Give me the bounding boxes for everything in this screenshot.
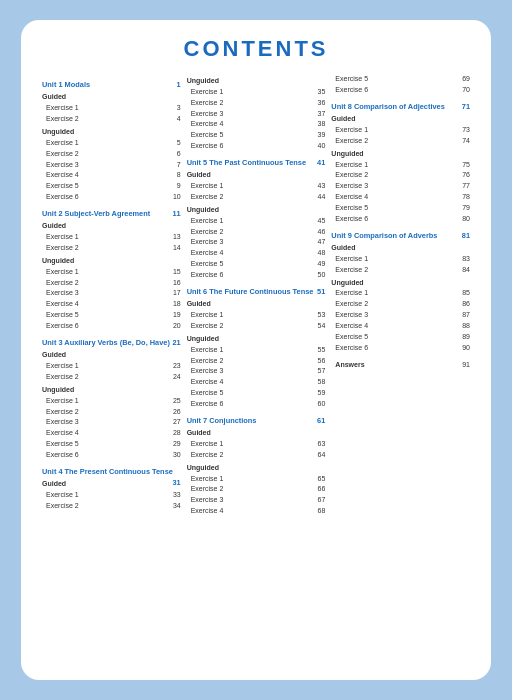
contents-columns: Unit 1 Modals 1GuidedExercise 13Exercise… (39, 74, 473, 517)
list-item: Exercise 48 (42, 170, 181, 181)
list-item: Exercise 670 (331, 85, 470, 96)
list-item: Exercise 539 (187, 130, 326, 141)
list-item: Exercise 519 (42, 310, 181, 321)
list-item: Exercise 256 (187, 356, 326, 367)
list-item: Exercise 133 (42, 490, 181, 501)
list-item: Exercise 183 (331, 254, 470, 265)
list-item: Exercise 418 (42, 299, 181, 310)
list-item: Exercise 428 (42, 428, 181, 439)
list-item: Exercise 660 (187, 399, 326, 410)
list-item: Exercise 327 (42, 417, 181, 428)
list-item: Exercise 216 (42, 278, 181, 289)
page: CONTENTS Unit 1 Modals 1GuidedExercise 1… (21, 20, 491, 680)
list-item: Exercise 650 (187, 270, 326, 281)
list-item: Exercise 153 (187, 310, 326, 321)
list-item: Exercise 37 (42, 160, 181, 171)
list-item: Exercise 244 (187, 192, 326, 203)
list-item: Exercise 15 (42, 138, 181, 149)
list-item: Exercise 559 (187, 388, 326, 399)
unit-header: Unit 8 Comparison of Adjectives 71 (331, 101, 470, 112)
section-label: Guided (331, 243, 470, 254)
list-item: Exercise 224 (42, 372, 181, 383)
list-item: Exercise 214 (42, 243, 181, 254)
section-label: Unguided (331, 278, 470, 289)
list-item: Exercise 59 (42, 181, 181, 192)
list-item: Exercise 448 (187, 248, 326, 259)
list-item: Exercise 276 (331, 170, 470, 181)
list-item: Exercise 165 (187, 474, 326, 485)
unit-header: Unit 7 Conjunctions 61 (187, 415, 326, 426)
list-item: Exercise 589 (331, 332, 470, 343)
list-item: Exercise 458 (187, 377, 326, 388)
list-item: Exercise 113 (42, 232, 181, 243)
section-label: Guided (187, 299, 326, 310)
answers-item: Answers91 (331, 360, 470, 371)
section-label: Unguided (187, 334, 326, 345)
list-item: Exercise 143 (187, 181, 326, 192)
list-item: Exercise 264 (187, 450, 326, 461)
section-label: Guided (42, 92, 181, 103)
unit-header: Unit 2 Subject-Verb Agreement 11 (42, 208, 181, 219)
list-item: Exercise 478 (331, 192, 470, 203)
list-item: Exercise 357 (187, 366, 326, 377)
section-label: Guided (187, 170, 326, 181)
list-item: Exercise 347 (187, 237, 326, 248)
column-2: UnguidedExercise 135Exercise 236Exercise… (184, 74, 329, 517)
column-3: Exercise 569Exercise 670Unit 8 Compariso… (328, 74, 473, 517)
list-item: Exercise 387 (331, 310, 470, 321)
list-item: Exercise 468 (187, 506, 326, 517)
list-item: Exercise 274 (331, 136, 470, 147)
section-label: Unguided (42, 127, 181, 138)
section-label: Unguided (42, 385, 181, 396)
list-item: Exercise 246 (187, 227, 326, 238)
unit-header: Unit 1 Modals 1 (42, 79, 181, 90)
list-item: Exercise 266 (187, 484, 326, 495)
list-item: Exercise 234 (42, 501, 181, 512)
list-item: Exercise 115 (42, 267, 181, 278)
list-item: Exercise 549 (187, 259, 326, 270)
unit-header: Unit 3 Auxiliary Verbs (Be, Do, Have) 21 (42, 337, 181, 348)
section-label: Guided (187, 428, 326, 439)
list-item: Exercise 286 (331, 299, 470, 310)
list-item: Exercise 284 (331, 265, 470, 276)
section-label: Unguided (187, 205, 326, 216)
list-item: Exercise 610 (42, 192, 181, 203)
list-item: Exercise 123 (42, 361, 181, 372)
list-item: Exercise 488 (331, 321, 470, 332)
list-item: Exercise 125 (42, 396, 181, 407)
list-item: Exercise 155 (187, 345, 326, 356)
list-item: Exercise 163 (187, 439, 326, 450)
section-label: Guided (331, 114, 470, 125)
section-label: Unguided (42, 256, 181, 267)
page-title: CONTENTS (39, 36, 473, 62)
section-label: Guided (42, 221, 181, 232)
list-item: Exercise 367 (187, 495, 326, 506)
section-label: Unguided (187, 76, 326, 87)
list-item: Exercise 579 (331, 203, 470, 214)
list-item: Exercise 529 (42, 439, 181, 450)
unit-header: Unit 6 The Future Continuous Tense 51 (187, 286, 326, 297)
list-item: Exercise 236 (187, 98, 326, 109)
list-item: Exercise 317 (42, 288, 181, 299)
section-label: Unguided (331, 149, 470, 160)
list-item: Exercise 640 (187, 141, 326, 152)
list-item: Exercise 690 (331, 343, 470, 354)
list-item: Exercise 337 (187, 109, 326, 120)
list-item: Exercise 173 (331, 125, 470, 136)
section-label: Unguided (187, 463, 326, 474)
list-item: Exercise 254 (187, 321, 326, 332)
list-item: Exercise 226 (42, 407, 181, 418)
list-item: Exercise 24 (42, 114, 181, 125)
list-item: Exercise 145 (187, 216, 326, 227)
unit-header: Unit 9 Comparison of Adverbs 81 (331, 230, 470, 241)
list-item: Exercise 13 (42, 103, 181, 114)
list-item: Exercise 135 (187, 87, 326, 98)
unit-header: Unit 4 The Present Continuous Tense 31 (42, 466, 181, 477)
list-item: Exercise 438 (187, 119, 326, 130)
list-item: Exercise 26 (42, 149, 181, 160)
list-item: Exercise 680 (331, 214, 470, 225)
section-label: Guided (42, 350, 181, 361)
section-label: Guided (42, 479, 181, 490)
column-1: Unit 1 Modals 1GuidedExercise 13Exercise… (39, 74, 184, 517)
list-item: Exercise 620 (42, 321, 181, 332)
